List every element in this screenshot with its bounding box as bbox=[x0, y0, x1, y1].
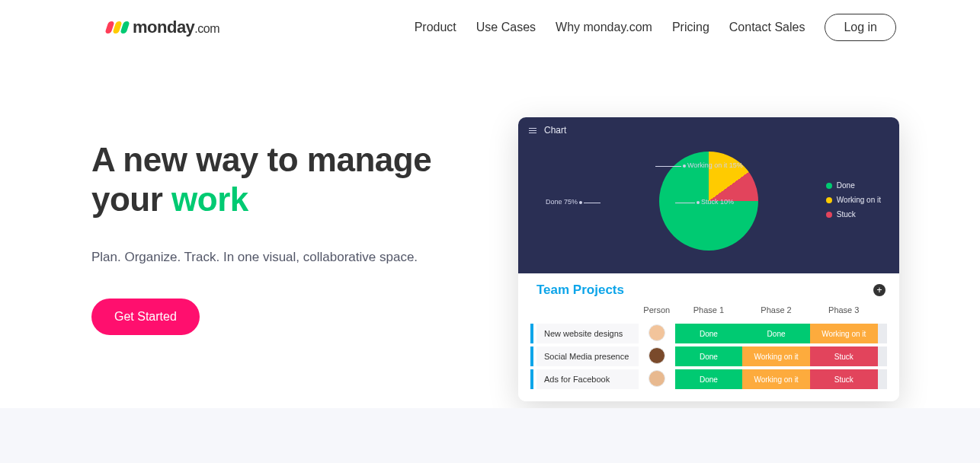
col-phase2: Phase 2 bbox=[742, 302, 810, 322]
table-row[interactable]: New website designs Done Done Working on… bbox=[536, 322, 887, 345]
callout-stuck: Stuck 10% bbox=[695, 198, 734, 206]
product-preview-card: Chart Done 75% Working on it 15% Stuck 1… bbox=[518, 117, 899, 401]
nav-use-cases[interactable]: Use Cases bbox=[476, 21, 536, 34]
status-badge[interactable]: Done bbox=[675, 346, 743, 366]
primary-nav: Product Use Cases Why monday.com Pricing… bbox=[415, 14, 896, 41]
hero-copy: A new way to manage your work Plan. Orga… bbox=[91, 140, 488, 424]
chart-header: Chart bbox=[529, 125, 889, 136]
logo-icon bbox=[107, 21, 128, 34]
nav-contact-sales[interactable]: Contact Sales bbox=[729, 21, 805, 34]
table-head: Person Phase 1 Phase 2 Phase 3 bbox=[536, 302, 887, 322]
status-badge[interactable]: Working on it bbox=[810, 324, 878, 343]
plus-icon: + bbox=[876, 285, 882, 295]
chart-title: Chart bbox=[544, 125, 566, 136]
chart-panel: Chart Done 75% Working on it 15% Stuck 1… bbox=[518, 117, 899, 273]
status-badge[interactable]: Working on it bbox=[742, 369, 810, 389]
brand-logo[interactable]: monday.com bbox=[107, 18, 219, 37]
legend-working: Working on it bbox=[826, 196, 881, 204]
status-badge[interactable]: Stuck bbox=[810, 346, 878, 366]
nav-pricing[interactable]: Pricing bbox=[672, 21, 709, 34]
status-badge[interactable]: Working on it bbox=[742, 346, 810, 366]
col-person: Person bbox=[639, 302, 674, 322]
table-row[interactable]: Social Media presence Done Working on it… bbox=[536, 345, 887, 368]
col-phase3: Phase 3 bbox=[810, 302, 878, 322]
nav-why[interactable]: Why monday.com bbox=[556, 21, 652, 34]
avatar[interactable] bbox=[649, 370, 665, 387]
table-row[interactable]: Ads for Facebook Done Working on it Stuc… bbox=[536, 368, 887, 389]
nav-product[interactable]: Product bbox=[415, 21, 456, 34]
get-started-button[interactable]: Get Started bbox=[91, 299, 200, 335]
chart-legend: Done Working on it Stuck bbox=[826, 181, 881, 219]
menu-icon[interactable] bbox=[529, 128, 536, 133]
project-table: Person Phase 1 Phase 2 Phase 3 New websi… bbox=[536, 302, 887, 389]
task-name: New website designs bbox=[544, 329, 623, 338]
avatar[interactable] bbox=[649, 347, 665, 364]
hero-subhead: Plan. Organize. Track. In one visual, co… bbox=[91, 250, 488, 265]
brand-name: monday.com bbox=[133, 18, 219, 37]
status-badge[interactable]: Stuck bbox=[810, 369, 878, 389]
table-panel: Team Projects + Person Phase 1 Phase 2 P… bbox=[518, 273, 899, 401]
col-phase1: Phase 1 bbox=[675, 302, 743, 322]
legend-done: Done bbox=[826, 181, 881, 190]
login-button[interactable]: Log in bbox=[825, 14, 896, 41]
task-name: Social Media presence bbox=[544, 352, 629, 361]
status-badge[interactable]: Done bbox=[742, 324, 810, 343]
legend-stuck: Stuck bbox=[826, 210, 881, 219]
add-button[interactable]: + bbox=[873, 284, 886, 296]
status-badge[interactable]: Done bbox=[675, 369, 743, 389]
table-title: Team Projects bbox=[536, 283, 887, 298]
footer-band bbox=[0, 408, 980, 463]
callout-done: Done 75% bbox=[546, 198, 584, 206]
status-badge[interactable]: Done bbox=[675, 324, 743, 343]
hero-headline: A new way to manage your work bbox=[91, 140, 488, 219]
callout-working: Working on it 15% bbox=[681, 161, 743, 169]
site-header: monday.com Product Use Cases Why monday.… bbox=[0, 0, 980, 41]
hero-section: A new way to manage your work Plan. Orga… bbox=[0, 41, 980, 424]
avatar[interactable] bbox=[649, 324, 665, 341]
task-name: Ads for Facebook bbox=[544, 375, 610, 384]
pie-chart: Done 75% Working on it 15% Stuck 10% Don… bbox=[529, 142, 889, 260]
